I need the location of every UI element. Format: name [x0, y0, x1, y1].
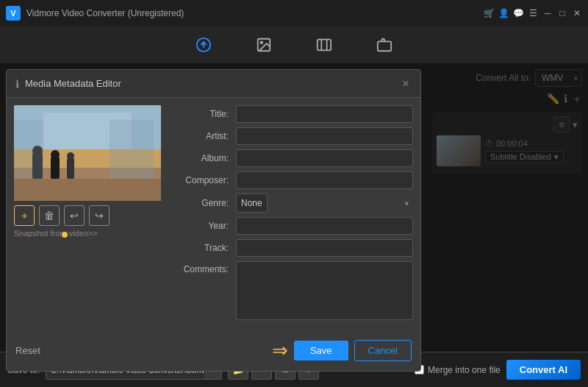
svg-rect-3	[318, 40, 331, 51]
title-row: Title:	[177, 105, 413, 123]
title-bar: V Vidmore Video Converter (Unregistered)…	[0, 0, 588, 26]
track-input[interactable]	[236, 239, 413, 257]
modal-close-btn[interactable]: ×	[398, 77, 413, 91]
app-logo: V	[6, 6, 21, 21]
minimize-btn[interactable]: ─	[542, 8, 553, 18]
svg-rect-15	[51, 157, 60, 179]
user-icon[interactable]: 👤	[498, 8, 509, 18]
modal-footer-actions: ⇒ Save Cancel	[272, 339, 412, 362]
svg-rect-19	[110, 120, 154, 179]
cart-icon[interactable]: 🛒	[484, 8, 494, 18]
title-label: Title:	[177, 109, 236, 119]
modal-header: ℹ Media Metadata Editor ×	[7, 70, 420, 98]
year-row: Year:	[177, 217, 413, 235]
nav-bar	[0, 26, 588, 63]
svg-point-18	[67, 152, 74, 160]
thumbnail-panel: + 🗑 ↩ ↪ Snapshot from video>>	[14, 105, 168, 324]
genre-select-wrapper[interactable]: None Pop Rock Jazz	[236, 194, 413, 213]
menu-icon[interactable]: ☰	[528, 8, 538, 18]
add-thumbnail-btn[interactable]: +	[14, 205, 35, 226]
chat-icon[interactable]: 💬	[513, 8, 523, 18]
nav-toolbox[interactable]	[376, 37, 392, 53]
modal-info-icon: ℹ	[15, 78, 19, 90]
svg-point-2	[260, 41, 262, 43]
merge-check-wrapper: Merge into one file	[415, 365, 501, 375]
svg-rect-12	[14, 179, 161, 201]
album-row: Album:	[177, 149, 413, 167]
svg-rect-6	[378, 41, 391, 51]
composer-label: Composer:	[177, 175, 236, 185]
svg-point-16	[51, 150, 60, 159]
composer-input[interactable]	[236, 171, 413, 189]
snapshot-link[interactable]: Snapshot from video>>	[14, 229, 168, 238]
close-btn[interactable]: ✕	[572, 8, 582, 18]
nav-image[interactable]	[256, 37, 272, 53]
track-row: Track:	[177, 239, 413, 257]
yellow-dot	[62, 232, 68, 238]
metadata-editor-modal: ℹ Media Metadata Editor ×	[6, 69, 421, 372]
comments-label: Comments:	[177, 261, 236, 274]
genre-select[interactable]: None Pop Rock Jazz	[236, 194, 268, 213]
main-area: Convert All to: WMV MP4 AVI MKV ✏️ ℹ ＋ ⚙…	[0, 63, 588, 352]
convert-all-btn[interactable]: Convert AI	[506, 360, 581, 380]
album-label: Album:	[177, 153, 236, 163]
modal-body: + 🗑 ↩ ↪ Snapshot from video>> Title:	[7, 98, 420, 332]
svg-rect-20	[14, 120, 43, 179]
modal-overlay: ℹ Media Metadata Editor ×	[0, 63, 588, 352]
artist-label: Artist:	[177, 131, 236, 141]
nav-convert[interactable]	[196, 37, 212, 53]
reset-button[interactable]: Reset	[15, 345, 40, 356]
nav-frames[interactable]	[316, 37, 332, 53]
maximize-btn[interactable]: □	[557, 8, 567, 18]
modal-footer: Reset ⇒ Save Cancel	[7, 332, 420, 371]
artist-row: Artist:	[177, 127, 413, 145]
genre-row: Genre: None Pop Rock Jazz	[177, 194, 413, 213]
title-input[interactable]	[236, 105, 413, 123]
comments-textarea[interactable]	[236, 261, 413, 320]
merge-label[interactable]: Merge into one file	[428, 365, 501, 375]
arrow-icon: ⇒	[272, 339, 288, 362]
composer-row: Composer:	[177, 171, 413, 189]
album-input[interactable]	[236, 149, 413, 167]
artist-input[interactable]	[236, 127, 413, 145]
year-input[interactable]	[236, 217, 413, 235]
cancel-button[interactable]: Cancel	[354, 340, 412, 361]
redo-btn[interactable]: ↪	[89, 205, 110, 226]
app-title: Vidmore Video Converter (Unregistered)	[26, 8, 184, 18]
year-label: Year:	[177, 221, 236, 231]
comments-row: Comments:	[177, 261, 413, 320]
window-controls[interactable]: 🛒 👤 💬 ☰ ─ □ ✕	[484, 8, 582, 18]
undo-btn[interactable]: ↩	[64, 205, 85, 226]
form-panel: Title: Artist: Album: Composer:	[177, 105, 413, 324]
track-label: Track:	[177, 243, 236, 253]
thumbnail-image	[14, 105, 161, 201]
genre-label: Genre:	[177, 198, 236, 208]
delete-thumbnail-btn[interactable]: 🗑	[39, 205, 60, 226]
thumbnail-controls: + 🗑 ↩ ↪	[14, 205, 168, 226]
save-button[interactable]: Save	[294, 341, 348, 361]
modal-title: Media Metadata Editor	[25, 78, 121, 89]
svg-rect-17	[67, 158, 74, 179]
